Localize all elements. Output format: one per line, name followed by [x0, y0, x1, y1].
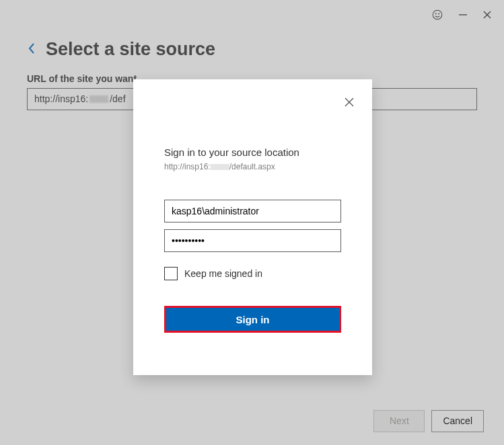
cancel-button[interactable]: Cancel — [431, 410, 484, 432]
back-icon[interactable] — [27, 42, 36, 57]
redacted-segment — [211, 164, 229, 170]
window-close-icon[interactable] — [482, 10, 492, 22]
signin-title: Sign in to your source location — [164, 147, 341, 158]
url-suffix: /def — [110, 89, 125, 110]
keep-signed-label: Keep me signed in — [184, 268, 262, 279]
minimize-icon[interactable] — [458, 10, 468, 22]
next-button: Next — [373, 410, 425, 432]
signin-dialog: Sign in to your source location http://i… — [133, 79, 372, 375]
signin-button-highlight: Sign in — [164, 306, 341, 333]
password-input[interactable] — [164, 229, 341, 252]
svg-point-2 — [439, 13, 439, 14]
url-prefix: http://insp16: — [34, 89, 88, 110]
signin-url-prefix: http://insp16: — [164, 162, 211, 171]
username-input[interactable] — [164, 200, 341, 222]
feedback-icon[interactable] — [431, 9, 443, 24]
svg-point-0 — [433, 10, 442, 19]
footer-bar: Next Cancel — [0, 397, 504, 445]
page-title: Select a site source — [46, 39, 215, 60]
titlebar — [0, 0, 504, 32]
redacted-segment — [89, 95, 108, 103]
page-header: Select a site source — [0, 32, 504, 73]
svg-point-1 — [435, 13, 436, 14]
keep-signed-checkbox[interactable] — [164, 267, 178, 280]
dialog-close-icon[interactable] — [344, 97, 355, 110]
signin-url-suffix: /default.aspx — [229, 162, 275, 171]
keep-signed-row[interactable]: Keep me signed in — [164, 267, 341, 280]
signin-url: http://insp16:/default.aspx — [164, 162, 341, 171]
signin-button[interactable]: Sign in — [166, 308, 339, 331]
